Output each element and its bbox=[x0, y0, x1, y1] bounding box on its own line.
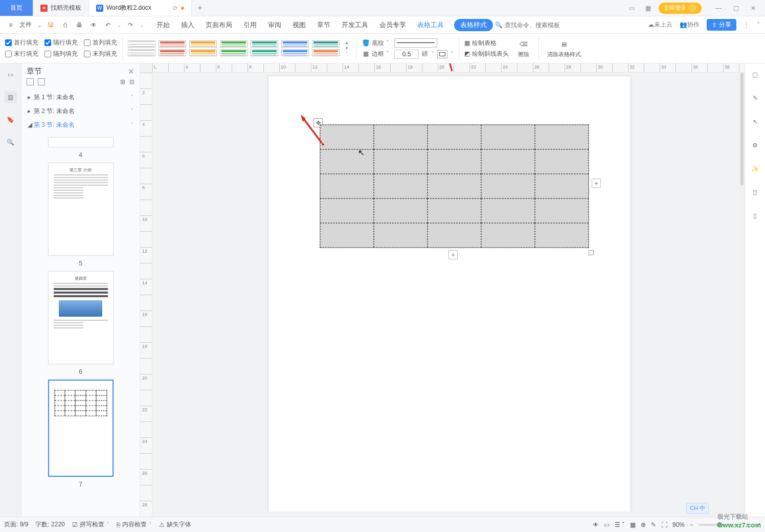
style-plain-1[interactable] bbox=[128, 40, 155, 48]
save-icon[interactable]: 🖫 bbox=[45, 19, 56, 31]
search-panel-icon[interactable]: 🔍 bbox=[5, 136, 17, 148]
new-tab-button[interactable]: ＋ bbox=[192, 0, 208, 16]
login-button[interactable]: 立即登录 bbox=[659, 3, 702, 14]
style-red-1[interactable] bbox=[159, 40, 186, 48]
view-page-icon[interactable]: ▭ bbox=[604, 521, 610, 528]
ime-indicator[interactable]: CH 中 bbox=[686, 503, 709, 514]
add-row-button[interactable]: ＋ bbox=[448, 250, 458, 259]
view-draft-icon[interactable]: ✎ bbox=[651, 521, 656, 528]
style-green-2[interactable] bbox=[220, 49, 248, 56]
style-teal2-1[interactable] bbox=[312, 40, 340, 48]
style-orange-2[interactable] bbox=[189, 49, 217, 56]
chapter-item-1[interactable]: ▸第 1 节: 未命名˅ bbox=[26, 91, 136, 104]
tab-home[interactable]: 首页 bbox=[0, 0, 33, 16]
menu-chapter[interactable]: 章节 bbox=[316, 18, 331, 32]
layout-icon[interactable]: ▭ bbox=[626, 3, 637, 14]
bookmark-icon[interactable]: 🔖 bbox=[5, 114, 17, 126]
word-count[interactable]: 字数: 2220 bbox=[35, 520, 64, 529]
style-orange-1[interactable] bbox=[189, 40, 217, 48]
page-status[interactable]: 页面: 9/9 bbox=[4, 520, 28, 529]
style-org2-1[interactable] bbox=[312, 49, 340, 56]
draw-table-button[interactable]: ▦绘制表格 bbox=[464, 39, 509, 48]
view-web-icon[interactable]: ▦ bbox=[630, 521, 636, 528]
saveas-icon[interactable]: ⎙ bbox=[59, 19, 71, 31]
expand-all-icon[interactable] bbox=[38, 78, 45, 85]
style-teal-2[interactable] bbox=[251, 49, 278, 56]
view-outline-icon[interactable]: ⊕ bbox=[641, 521, 646, 528]
chapter-panel-icon[interactable]: ▥ bbox=[5, 91, 17, 103]
maximize-button[interactable]: ▢ bbox=[727, 5, 745, 12]
collapse-all-icon[interactable] bbox=[27, 78, 34, 85]
add-chapter-icon[interactable]: ⊞ bbox=[120, 78, 125, 85]
style-blue-2[interactable] bbox=[281, 49, 309, 56]
bookmark2-icon[interactable]: ✎ bbox=[749, 92, 761, 104]
style-dashed-1[interactable] bbox=[128, 49, 155, 56]
collab-button[interactable]: 👥协作 bbox=[680, 20, 700, 29]
border-style-preview[interactable] bbox=[394, 38, 437, 48]
view-read-icon[interactable]: ☰ ˅ bbox=[615, 521, 625, 528]
close-panel-icon[interactable]: ✕ bbox=[128, 67, 134, 76]
page-thumbnail-6[interactable]: 第四章 bbox=[48, 271, 114, 364]
preview-icon[interactable]: 👁 bbox=[88, 19, 99, 31]
select-icon[interactable]: ↖ bbox=[749, 116, 761, 128]
settings-icon[interactable]: ⚙ bbox=[749, 139, 761, 151]
border-button[interactable]: ▦边框˅ bbox=[362, 50, 389, 58]
zoom-value[interactable]: 90% bbox=[672, 521, 685, 528]
close-button[interactable]: ✕ bbox=[745, 5, 762, 12]
command-search[interactable]: 🔍 bbox=[495, 21, 581, 29]
tab-templates[interactable]: ✦ 找稻壳模板 bbox=[33, 0, 89, 16]
menu-devtools[interactable]: 开发工具 bbox=[341, 18, 369, 32]
spellcheck-toggle[interactable]: ☑拼写检查˅ bbox=[72, 520, 109, 529]
style-blue-1[interactable] bbox=[281, 40, 309, 48]
check-alt-row[interactable]: 隔行填充 bbox=[44, 38, 78, 48]
minimize-button[interactable]: — bbox=[710, 5, 727, 12]
print-icon[interactable]: 🖶 bbox=[74, 19, 85, 31]
tab-document[interactable]: W Word教程2.docx ⟳ bbox=[89, 0, 192, 16]
chevron-up-icon[interactable]: ˄ bbox=[757, 21, 760, 29]
horizontal-scrollbar[interactable] bbox=[152, 512, 739, 517]
style-red-2[interactable] bbox=[159, 49, 186, 56]
menu-insert[interactable]: 插入 bbox=[180, 18, 195, 32]
document-table[interactable] bbox=[320, 124, 589, 248]
page-thumbnail-5[interactable]: 第三章 介绍 bbox=[48, 163, 114, 256]
menu-table-style[interactable]: 表格样式 bbox=[454, 19, 493, 31]
shading-button[interactable]: 🪣底纹˅ bbox=[362, 39, 389, 48]
fit-width-icon[interactable]: ⛶ bbox=[661, 521, 667, 528]
menu-member[interactable]: 会员专享 bbox=[378, 18, 407, 32]
menu-review[interactable]: 审阅 bbox=[267, 18, 282, 32]
check-first-row[interactable]: 首行填充 bbox=[5, 38, 38, 48]
scroll-thumb[interactable] bbox=[740, 73, 744, 185]
table-resize-handle[interactable] bbox=[589, 250, 594, 255]
style-teal-1[interactable] bbox=[251, 40, 278, 48]
file-menu[interactable]: 文件 bbox=[19, 20, 32, 29]
check-last-row[interactable]: 末行填充 bbox=[5, 50, 38, 59]
ai-icon[interactable]: ✨ bbox=[749, 163, 761, 175]
menu-reference[interactable]: 引用 bbox=[242, 18, 258, 32]
border-color-picker[interactable] bbox=[437, 50, 447, 58]
missing-font[interactable]: ⚠缺失字体 bbox=[159, 520, 191, 529]
check-first-col[interactable]: 首列填充 bbox=[84, 38, 117, 48]
more-menu-icon[interactable]: ⋮ bbox=[744, 21, 750, 29]
share-button[interactable]: ⇪分享 bbox=[707, 19, 736, 31]
redo-icon[interactable]: ↷ bbox=[125, 19, 136, 31]
vertical-ruler[interactable]: 2468101214161820222426283032343638404244 bbox=[140, 73, 152, 517]
remove-chapter-icon[interactable]: ⊟ bbox=[129, 78, 134, 85]
style-green-1[interactable] bbox=[220, 40, 248, 48]
menu-layout[interactable]: 页面布局 bbox=[205, 18, 233, 32]
search-input[interactable] bbox=[505, 21, 581, 29]
expand-icon[interactable]: ▢ bbox=[749, 69, 761, 81]
eraser-button[interactable]: ⌫ 擦除 bbox=[514, 38, 533, 58]
menu-icon[interactable]: ≡ bbox=[5, 19, 16, 31]
vertical-scrollbar[interactable] bbox=[739, 73, 745, 517]
help-icon[interactable]: ⍰ bbox=[749, 186, 761, 198]
zoom-out-icon[interactable]: − bbox=[690, 521, 693, 528]
apps-icon[interactable]: ▦ bbox=[642, 3, 654, 14]
content-check[interactable]: ⎘内容检查˅ bbox=[117, 520, 152, 529]
check-alt-col[interactable]: 隔列填充 bbox=[44, 50, 78, 59]
clear-style-button[interactable]: ▤ 清除表格样式 bbox=[544, 38, 584, 58]
check-last-col[interactable]: 末列填充 bbox=[84, 50, 117, 59]
panel-icon[interactable]: ▯ bbox=[749, 210, 761, 222]
outline-view-icon[interactable]: ▭ bbox=[5, 69, 17, 81]
border-width-input[interactable]: 0.5 bbox=[394, 50, 419, 59]
page-thumbnail-4[interactable] bbox=[48, 137, 114, 147]
